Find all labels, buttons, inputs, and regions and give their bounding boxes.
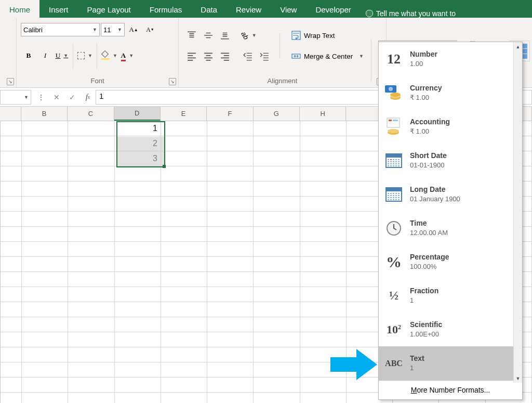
cell-G14[interactable] [254,302,300,317]
cell-H4[interactable] [300,151,347,166]
col-header-corner[interactable] [0,107,21,121]
cell[interactable] [1,136,22,151]
confirm-edit-button[interactable]: ✓ [64,90,80,105]
cell-E6[interactable] [161,181,207,197]
cell-B8[interactable] [22,212,68,227]
cell-H9[interactable] [300,227,347,242]
number-format-option-accounting[interactable]: Accounting₹ 1.00 [379,110,522,144]
cell-F18[interactable] [207,362,254,378]
cell-C9[interactable] [68,227,114,242]
cell-C14[interactable] [68,302,114,317]
cell-C7[interactable] [68,197,114,212]
cell-D11[interactable] [115,257,161,272]
cell-E11[interactable] [161,257,207,272]
cell-H10[interactable] [300,242,347,257]
cell-H5[interactable] [300,166,347,181]
borders-button[interactable]: ▼ [77,48,93,63]
number-format-option-number[interactable]: 12Number1.00 [379,42,522,76]
cell[interactable] [1,393,22,403]
cell[interactable] [1,257,22,272]
cell-H19[interactable] [300,378,347,393]
col-header-G[interactable]: G [254,107,300,121]
wrap-text-button[interactable]: Wrap Text [288,28,366,43]
cell-D2[interactable]: 1 [115,121,161,136]
cell-B15[interactable] [22,317,68,332]
tab-view[interactable]: View [271,0,306,18]
cell-G11[interactable] [254,257,300,272]
cell-C13[interactable] [68,287,114,302]
cell-D15[interactable] [115,317,161,332]
cell-F8[interactable] [207,212,254,227]
increase-indent-button[interactable] [257,49,272,63]
cell[interactable] [1,227,22,242]
cell-G16[interactable] [254,332,300,347]
cell-G7[interactable] [254,197,300,212]
tab-review[interactable]: Review [227,0,271,18]
cell-E18[interactable] [161,362,207,378]
cell-C4[interactable] [68,151,114,166]
tab-formulas[interactable]: Formulas [140,0,192,18]
name-box[interactable]: ▼ [0,90,31,105]
cell-B10[interactable] [22,242,68,257]
bold-button[interactable]: B [21,48,36,63]
align-left-button[interactable] [184,49,199,63]
number-format-option-fraction[interactable]: ½Fraction1 [379,279,522,313]
clipboard-dialog-launcher[interactable]: ↘ [7,78,14,85]
cell-C19[interactable] [68,378,114,393]
cell-B2[interactable] [22,121,68,136]
cell-D18[interactable] [115,362,161,378]
number-format-option-text[interactable]: ABCText1 [379,346,522,380]
cell-B4[interactable] [22,151,68,166]
cell-F7[interactable] [207,197,254,212]
cell-B17[interactable] [22,347,68,362]
cell-D13[interactable] [115,287,161,302]
cell[interactable] [1,181,22,197]
col-header-D[interactable]: D [114,107,161,121]
cancel-edit-button[interactable]: ✕ [49,90,64,105]
font-color-button[interactable]: A ▼ [120,48,135,63]
cell-B14[interactable] [22,302,68,317]
cell-F16[interactable] [207,332,254,347]
align-center-button[interactable] [201,49,216,63]
tab-home[interactable]: Home [0,0,39,18]
cell-C11[interactable] [68,257,114,272]
cell[interactable] [1,121,22,136]
align-top-button[interactable] [184,28,199,43]
more-number-formats[interactable]: More Number Formats... [379,380,522,399]
number-format-option-scientific[interactable]: 102Scientific1.00E+00 [379,313,522,346]
cell-B9[interactable] [22,227,68,242]
cell-G9[interactable] [254,227,300,242]
cell-D16[interactable] [115,332,161,347]
align-bottom-button[interactable] [218,28,232,43]
cell[interactable] [1,362,22,378]
cell[interactable] [1,242,22,257]
cell[interactable] [1,166,22,181]
cell-F9[interactable] [207,227,254,242]
cell-H16[interactable] [300,332,347,347]
merge-center-button[interactable]: Merge & Center ▼ [288,49,376,63]
cell-B11[interactable] [22,257,68,272]
cell-C20[interactable] [68,393,114,403]
cell-H3[interactable] [300,136,347,151]
cell-H8[interactable] [300,212,347,227]
cell-E9[interactable] [161,227,207,242]
cell-E12[interactable] [161,272,207,287]
cell-C18[interactable] [68,362,114,378]
cell-B19[interactable] [22,378,68,393]
cell-F6[interactable] [207,181,254,197]
cell-H13[interactable] [300,287,347,302]
cell-G19[interactable] [254,378,300,393]
cell-D7[interactable] [115,197,161,212]
cell-G13[interactable] [254,287,300,302]
cell-D4[interactable]: 3 [115,151,161,166]
cell-G20[interactable] [254,393,300,403]
cell-H14[interactable] [300,302,347,317]
cell-E3[interactable] [161,136,207,151]
col-header-C[interactable]: C [68,107,114,121]
underline-button[interactable]: U▼ [55,48,69,63]
cell-G17[interactable] [254,347,300,362]
cell-C8[interactable] [68,212,114,227]
cell-G12[interactable] [254,272,300,287]
cell-F4[interactable] [207,151,254,166]
cell-D12[interactable] [115,272,161,287]
